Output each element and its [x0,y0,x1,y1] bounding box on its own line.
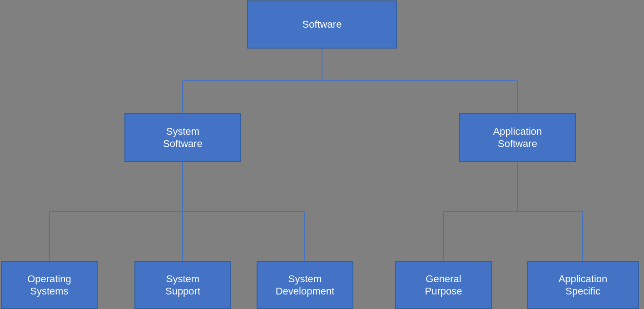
system-support-node: SystemSupport [134,261,231,309]
application-specific-label: ApplicationSpecific [559,273,608,298]
system-software-node: SystemSoftware [124,113,241,162]
general-purpose-label: GeneralPurpose [425,273,462,298]
operating-systems-label: OperatingSystems [27,273,71,298]
system-support-label: SystemSupport [165,273,200,298]
system-software-label: SystemSoftware [163,125,203,150]
diagram-container: Software SystemSoftware ApplicationSoftw… [0,0,644,309]
software-node: Software [247,0,397,49]
system-development-label: SystemDevelopment [276,273,335,298]
application-software-node: ApplicationSoftware [459,113,576,162]
application-software-label: ApplicationSoftware [493,125,542,150]
application-specific-node: ApplicationSpecific [527,261,639,309]
operating-systems-node: OperatingSystems [1,261,98,309]
system-development-node: SystemDevelopment [257,261,353,309]
general-purpose-node: GeneralPurpose [395,261,492,309]
software-label: Software [302,18,342,31]
